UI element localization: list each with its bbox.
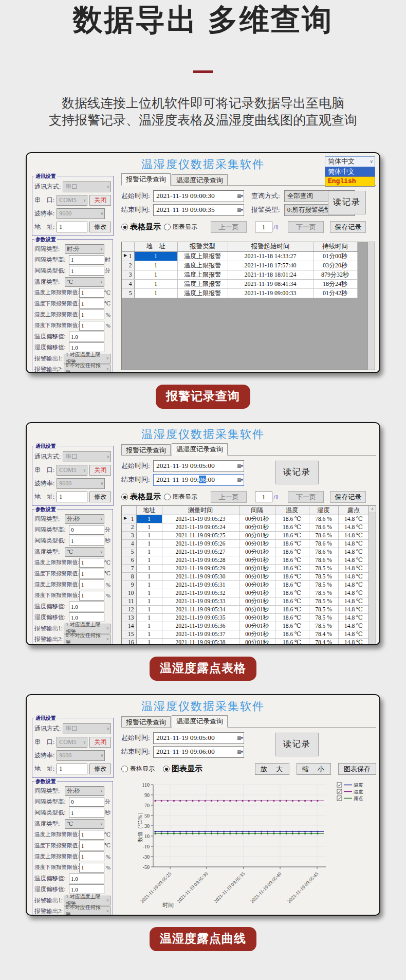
language-option-chinese[interactable]: 简体中文	[325, 167, 375, 177]
table-row[interactable]: 712021-11-19 09:05:2900分01秒18.6 ℃78.5 %1…	[122, 564, 369, 572]
close-port-button[interactable]: 关闭	[89, 465, 111, 476]
table-row[interactable]: 1012021-11-19 09:05:3200分01秒18.6 ℃78.5 %…	[122, 589, 369, 597]
dropdown-select[interactable]: 串口∨	[63, 451, 111, 462]
table-cell[interactable]: 1	[136, 580, 162, 589]
row-number-cell[interactable]: 8	[122, 572, 136, 580]
table-cell[interactable]: 14.8 ℃	[338, 589, 369, 597]
table-cell[interactable]: 1	[134, 251, 177, 261]
table-cell[interactable]: 温度上限报警	[177, 251, 228, 261]
text-input[interactable]: 1.0	[69, 332, 104, 341]
table-row[interactable]: 512021-11-19 09:05:2700分01秒18.6 ℃78.6 %1…	[122, 548, 369, 556]
table-row[interactable]: 1212021-11-19 09:05:3400分01秒18.6 ℃78.5 %…	[122, 605, 369, 613]
table-row[interactable]: 1412021-11-19 09:05:3600分01秒18.6 ℃78.5 %…	[122, 622, 369, 630]
table-cell[interactable]: 1	[136, 539, 162, 548]
table-cell[interactable]: 18.6 ℃	[275, 572, 309, 580]
table-cell[interactable]: 18.6 ℃	[275, 531, 309, 539]
table-cell[interactable]: 18.6 ℃	[275, 539, 309, 548]
table-row[interactable]: 812021-11-19 09:05:3000分01秒18.6 ℃78.5 %1…	[122, 572, 369, 580]
table-cell[interactable]: 00分01秒	[239, 523, 275, 531]
table-cell[interactable]: 78.4 %	[309, 630, 338, 638]
text-input[interactable]: 1	[79, 558, 104, 568]
table-cell[interactable]: 2021-11-19 09:00:33	[228, 288, 313, 298]
table-cell[interactable]: 1	[134, 270, 177, 279]
table-cell[interactable]: 18.6 ℃	[275, 523, 309, 531]
row-number-cell[interactable]: 15	[122, 630, 136, 638]
table-cell[interactable]: 18.6 ℃	[275, 638, 309, 645]
table-cell[interactable]: 00分01秒	[239, 638, 275, 645]
table-cell[interactable]: 1	[134, 261, 177, 270]
table-cell[interactable]: 2021-11-19 09:05:25	[162, 531, 239, 539]
row-number-cell[interactable]: 5	[122, 548, 136, 556]
row-number-cell[interactable]: 14	[122, 622, 136, 630]
text-input[interactable]: 1	[57, 222, 87, 232]
dropdown-select[interactable]: ℃∨	[65, 277, 104, 287]
table-cell[interactable]: 03分20秒	[313, 261, 357, 270]
table-cell[interactable]: 14.8 ℃	[338, 580, 369, 589]
table-row[interactable]: 312021-11-19 09:05:2500分01秒18.6 ℃78.6 %1…	[122, 531, 369, 539]
table-cell[interactable]: 78.6 %	[309, 515, 338, 523]
page-number-input[interactable]: 1	[255, 492, 272, 502]
table-row[interactable]: 1112021-11-19 09:05:3300分01秒18.6 ℃78.5 %…	[122, 597, 369, 605]
dropdown-select[interactable]: 串口∨	[63, 182, 111, 192]
table-cell[interactable]: 14.8 ℃	[338, 597, 369, 605]
tab-alarm-records[interactable]: 报警记录查询	[121, 173, 171, 186]
next-page-button[interactable]: 下一页	[288, 491, 324, 503]
row-number-cell[interactable]: 16	[122, 638, 136, 645]
start-time-input[interactable]: 2021-11-19 09:05:00 ▦▾	[153, 460, 244, 472]
table-cell[interactable]: 14.8 ℃	[338, 531, 369, 539]
table-cell[interactable]: 2021-11-19 09:05:38	[162, 638, 239, 645]
table-cell[interactable]: 温度上限报警	[177, 261, 228, 270]
table-cell[interactable]: 18.6 ℃	[275, 548, 309, 556]
close-port-button[interactable]: 关闭	[89, 737, 111, 748]
page-number-input[interactable]: 1	[255, 222, 272, 232]
table-cell[interactable]: 18.6 ℃	[275, 564, 309, 572]
table-row[interactable]: 21温度上限报警2021-11-18 17:57:4003分20秒	[122, 261, 357, 270]
table-row[interactable]: 31温度上限报警2021-11-18 18:01:24879分32秒	[122, 270, 357, 279]
tab-alarm-records[interactable]: 报警记录查询	[121, 444, 171, 455]
table-row[interactable]: 51温度上限报警2021-11-19 09:00:3301分42秒	[122, 288, 357, 298]
table-cell[interactable]: 01分00秒	[313, 251, 357, 261]
table-cell[interactable]: 00分01秒	[239, 622, 275, 630]
table-cell[interactable]: 00分01秒	[239, 539, 275, 548]
table-cell[interactable]: 2021-11-19 09:05:29	[162, 564, 239, 572]
table-cell[interactable]: 1	[136, 613, 162, 622]
table-cell[interactable]: 14.8 ℃	[338, 638, 369, 645]
dropdown-select[interactable]: 分:秒∨	[65, 514, 104, 524]
dropdown-select[interactable]: 9600∨	[57, 208, 105, 219]
table-cell[interactable]: 18.6 ℃	[275, 613, 309, 622]
text-input[interactable]: 1	[79, 310, 104, 319]
save-records-button[interactable]: 保存记录	[330, 221, 366, 233]
dropdown-select[interactable]: 9600∨	[57, 750, 105, 761]
table-cell[interactable]: 18.6 ℃	[275, 597, 309, 605]
row-number-cell[interactable]: 2	[122, 523, 136, 531]
table-cell[interactable]: 00分01秒	[239, 605, 275, 613]
table-cell[interactable]: 温度上限报警	[177, 288, 228, 298]
table-view-radio[interactable]	[121, 494, 128, 500]
prev-page-button[interactable]: 上一页	[211, 221, 247, 233]
table-cell[interactable]: 78.5 %	[309, 622, 338, 630]
table-row[interactable]: 912021-11-19 09:05:3100分01秒18.6 ℃78.5 %1…	[122, 580, 369, 589]
row-number-cell[interactable]: 10	[122, 589, 136, 597]
end-time-input[interactable]: 2021-11-19 09:06:00 ▦▾	[153, 474, 244, 486]
text-input[interactable]: 1	[57, 492, 87, 502]
table-cell[interactable]: 1	[136, 564, 162, 572]
table-cell[interactable]: 温度上限报警	[177, 270, 228, 279]
prev-page-button[interactable]: 上一页	[211, 491, 247, 503]
tab-humiture-records[interactable]: 温湿度记录查询	[172, 443, 228, 456]
table-cell[interactable]: 2021-11-19 09:05:32	[162, 589, 239, 597]
text-input[interactable]: 1	[79, 591, 104, 601]
dropdown-select[interactable]: 时:分∨	[65, 244, 104, 254]
scroll-up-icon[interactable]: ∧	[369, 506, 376, 513]
row-number-cell[interactable]: 2	[122, 261, 134, 270]
table-cell[interactable]: 1	[136, 572, 162, 580]
tab-humiture-records[interactable]: 温湿度记录查询	[172, 174, 228, 185]
table-cell[interactable]: 00分01秒	[239, 572, 275, 580]
language-select[interactable]: 简体中文 ∨	[325, 156, 375, 167]
table-cell[interactable]: 1	[136, 556, 162, 564]
table-cell[interactable]: 78.5 %	[309, 580, 338, 589]
text-input[interactable]: 0	[69, 797, 104, 807]
table-cell[interactable]: 2021-11-18 18:01:24	[228, 270, 313, 279]
row-number-cell[interactable]: 12	[122, 605, 136, 613]
table-cell[interactable]: 00分01秒	[239, 613, 275, 622]
table-cell[interactable]: 18.6 ℃	[275, 515, 309, 523]
